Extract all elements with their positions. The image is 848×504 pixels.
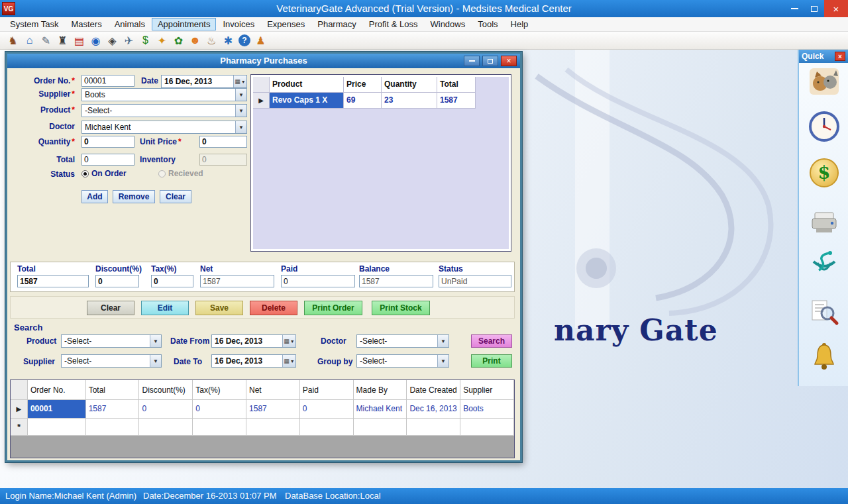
cell-tax[interactable]: 0 [193,400,246,419]
row-selector-icon[interactable]: ▶ [253,93,270,109]
globe-icon[interactable]: ◉ [88,33,103,48]
chevron-down-icon[interactable]: ▼ [235,121,246,133]
menu-expenses[interactable]: Expenses [261,18,311,30]
lab-icon[interactable]: ♜ [55,33,70,48]
flash-icon[interactable]: ✦ [154,33,170,48]
plant-icon[interactable]: ✿ [171,33,186,48]
orders-header-made-by[interactable]: Made By [354,380,407,400]
print-stock-button[interactable]: Print Stock [372,301,430,315]
print-order-button[interactable]: Print Order [304,301,362,315]
summary-tax-input[interactable] [151,275,193,287]
cell-quantity[interactable]: 23 [382,93,437,109]
status-on-order-radio[interactable]: On Order [81,169,127,178]
row-selector-icon[interactable]: ▶ [11,400,28,419]
orders-header-tax[interactable]: Tax(%) [193,380,246,400]
user-icon[interactable]: ♟ [253,33,268,48]
orders-header-discount[interactable]: Discount(%) [139,380,193,400]
quick-panel-close-button[interactable]: × [835,52,845,61]
cell-net[interactable]: 1587 [246,400,300,419]
cell-date-created[interactable]: Dec 16, 2013 [407,400,460,419]
cell-order-no[interactable]: 00001 [28,400,86,419]
bell-icon[interactable] [808,341,840,373]
cell-supplier[interactable]: Boots [460,400,514,419]
items-grid-row[interactable]: ▶ Revo Caps 1 X 69 23 1587 [253,93,509,109]
help-icon[interactable]: ? [238,34,250,46]
search-doctor-select[interactable]: -Select- ▼ [356,334,449,348]
items-grid-header-total[interactable]: Total [437,77,476,93]
clear-items-button[interactable]: Clear [160,190,191,203]
window-minimize-button[interactable] [784,0,804,17]
cell-price[interactable]: 69 [344,93,382,109]
syringe-icon[interactable]: ✎ [38,33,54,48]
total-input[interactable] [81,154,134,166]
calendar-dropdown-icon[interactable]: ▦▼ [233,76,246,87]
menu-profit-loss[interactable]: Profit & Loss [363,18,424,30]
chevron-down-icon[interactable]: ▼ [150,355,161,367]
menu-masters[interactable]: Masters [65,18,107,30]
search-icon[interactable] [808,296,840,328]
search-product-select[interactable]: -Select- ▼ [61,334,162,348]
smiley-icon[interactable]: ☻ [187,33,203,48]
clear-button[interactable]: Clear [87,301,134,315]
calendar-dropdown-icon[interactable]: ▦▼ [282,355,295,367]
menu-help[interactable]: Help [505,18,535,30]
gear-icon[interactable]: ✱ [221,33,236,48]
money-icon[interactable]: $ [808,157,840,189]
search-button[interactable]: Search [471,334,512,348]
cell-paid[interactable]: 0 [300,400,354,419]
dialog-minimize-button[interactable] [464,56,480,66]
edit-button[interactable]: Edit [141,301,189,315]
items-grid-header-price[interactable]: Price [344,77,382,93]
window-close-button[interactable]: × [824,0,848,17]
save-button[interactable]: Save [195,301,243,315]
date-to-picker[interactable]: 16 Dec, 2013 ▦▼ [211,354,296,368]
remove-button[interactable]: Remove [113,190,155,203]
dialog-titlebar[interactable]: Pharmacy Purchases × [7,54,520,68]
chevron-down-icon[interactable]: ▼ [437,335,449,347]
chevron-down-icon[interactable]: ▼ [150,335,161,347]
pharmacy-icon[interactable] [808,248,840,280]
doctor-select[interactable]: Michael Kent ▼ [81,121,247,134]
cell-product[interactable]: Revo Caps 1 X [270,93,344,109]
summary-balance-input[interactable] [359,275,433,287]
summary-paid-input[interactable] [281,275,355,287]
quantity-input[interactable] [81,136,134,148]
dialog-close-button[interactable]: × [501,56,517,66]
orders-header-order-no[interactable]: Order No. [28,380,86,400]
travel-icon[interactable]: ✈ [121,33,136,48]
chevron-down-icon[interactable]: ▼ [437,355,449,367]
group-by-select[interactable]: -Select- ▼ [356,354,449,368]
printer-icon[interactable] [808,206,840,238]
orders-header-net[interactable]: Net [246,380,300,400]
pets-icon[interactable]: ♞ [5,33,21,48]
delete-button[interactable]: Delete [250,301,297,315]
cell-discount[interactable]: 0 [139,400,193,419]
summary-status-input[interactable] [439,275,511,287]
orders-grid-new-row[interactable]: * [11,419,514,436]
menu-tools[interactable]: Tools [472,18,504,30]
date-picker[interactable]: 16 Dec, 2013 ▦▼ [161,75,247,88]
summary-discount-input[interactable] [95,275,139,287]
jug-icon[interactable]: ♨ [204,33,219,48]
menu-windows[interactable]: Windows [424,18,471,30]
search-supplier-select[interactable]: -Select- ▼ [61,354,162,368]
unit-price-input[interactable] [199,136,247,148]
cell-total[interactable]: 1587 [86,400,140,419]
orders-header-total[interactable]: Total [86,380,140,400]
menu-appointments[interactable]: Appointments [152,18,217,30]
items-grid-header-quantity[interactable]: Quantity [382,77,437,93]
orders-grid-row[interactable]: ▶ 00001 1587 0 0 1587 0 Michael Kent Dec… [11,400,514,419]
menu-system-task[interactable]: System Task [4,18,64,30]
summary-net-input[interactable] [200,275,274,287]
pets-icon[interactable] [808,66,840,97]
camera-icon[interactable]: ◈ [105,33,120,48]
cell-made-by[interactable]: Michael Kent [354,400,407,419]
chevron-down-icon[interactable]: ▼ [235,89,246,101]
summary-total-input[interactable] [17,275,89,287]
calendar-dropdown-icon[interactable]: ▦▼ [282,335,295,347]
orders-header-paid[interactable]: Paid [300,380,354,400]
add-button[interactable]: Add [81,190,108,203]
chevron-down-icon[interactable]: ▼ [235,105,246,117]
dialog-maximize-button[interactable] [482,56,498,66]
money-icon[interactable]: $ [138,33,153,48]
